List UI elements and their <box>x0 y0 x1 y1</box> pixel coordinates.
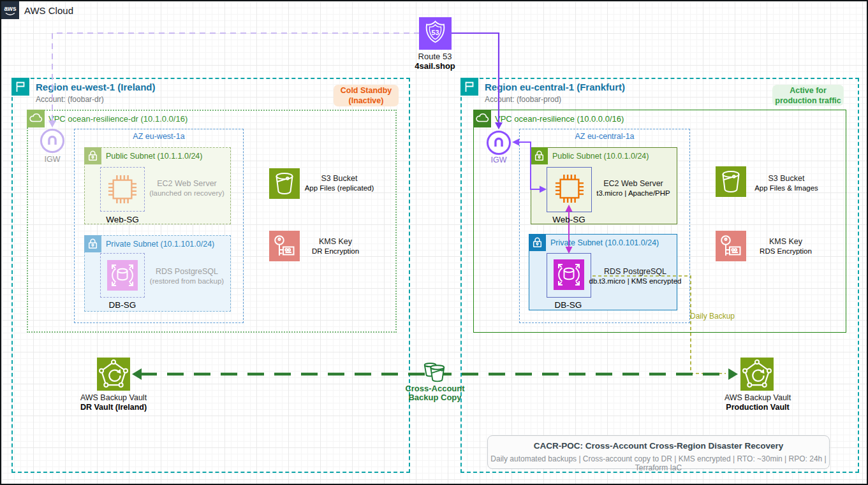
igw-prod-label: IGW <box>491 156 507 164</box>
public-subnet-dr-label: Public Subnet (10.1.1.0/24) <box>106 152 203 161</box>
rds-dr-icon[interactable] <box>107 260 138 291</box>
public-subnet-dr-lock-icon <box>84 147 101 164</box>
cross-account-copy-labels: Cross-Account Backup Copy <box>405 384 464 402</box>
note-title: CACR-POC: Cross-Account Cross-Region Dis… <box>488 441 829 451</box>
note-box[interactable]: CACR-POC: Cross-Account Cross-Region Dis… <box>487 435 830 469</box>
igw-dr-icon[interactable] <box>40 129 64 153</box>
region-flag-icon <box>11 78 29 96</box>
backup-vault-prod-icon[interactable] <box>740 358 774 391</box>
ec2-prod-icon[interactable] <box>555 174 584 203</box>
igw-prod-icon[interactable] <box>487 131 511 155</box>
public-subnet-prod-lock-icon <box>531 147 548 164</box>
ec2-prod-labels: EC2 Web Server t3.micro | Apache/PHP <box>596 179 670 198</box>
kms-key-prod-icon[interactable] <box>716 231 746 261</box>
vpc-prod-label: VPC ocean-resilience (10.0.0.0/16) <box>495 114 624 124</box>
rds-prod-icon[interactable] <box>554 259 584 290</box>
ec2-dr-icon[interactable] <box>108 175 137 204</box>
svg-text:53: 53 <box>432 29 439 36</box>
db-sg-prod-label: DB-SG <box>555 300 582 310</box>
private-subnet-prod-lock-icon <box>529 234 546 251</box>
igw-dr-label: IGW <box>45 155 61 164</box>
az-dr-label: AZ eu-west-1a <box>133 132 184 141</box>
route53-domain-label: 4sail.shop <box>415 61 455 71</box>
cross-account-copy-icon[interactable] <box>418 360 450 387</box>
private-subnet-prod-label: Private Subnet (10.0.101.0/24) <box>550 238 659 247</box>
region-dr-account: Account: (foobar-dr) <box>36 95 104 104</box>
s3-dr-labels: S3 Bucket App Files (replicated) <box>305 174 374 192</box>
vpc-cloud-icon <box>27 110 45 127</box>
private-subnet-dr-label: Private Subnet (10.1.101.0/24) <box>106 240 214 249</box>
svg-text:aws: aws <box>4 5 17 12</box>
aws-cloud-label: AWS Cloud <box>24 5 73 16</box>
s3-bucket-prod-icon[interactable] <box>716 166 746 197</box>
s3-prod-labels: S3 Bucket App Files & Images <box>754 174 818 192</box>
cold-standby-badge[interactable]: Cold Standby (Inactive) <box>334 85 399 106</box>
active-traffic-badge[interactable]: Active for production traffic <box>772 85 844 106</box>
region-prod-title: Region eu-central-1 (Frankfurt) <box>485 82 625 92</box>
aws-logo-icon: aws <box>1 1 19 19</box>
vpc-dr-label: VPC ocean-resilience-dr (10.1.0.0/16) <box>48 114 188 124</box>
web-sg-dr-label: Web-SG <box>106 215 139 224</box>
backup-vault-dr-icon[interactable] <box>97 358 130 391</box>
vault-prod-labels: AWS Backup Vault Production Vault <box>725 393 791 412</box>
web-sg-prod-label: Web-SG <box>552 215 585 224</box>
az-prod-label: AZ eu-central-1a <box>575 132 634 141</box>
s3-bucket-dr-icon[interactable] <box>269 168 300 199</box>
daily-backup-label: Daily Backup <box>690 312 735 321</box>
public-subnet-prod-label: Public Subnet (10.0.1.0/24) <box>552 152 649 161</box>
route53-icon[interactable]: 53 <box>419 17 452 50</box>
vault-dr-labels: AWS Backup Vault DR Vault (Ireland) <box>80 393 147 412</box>
vpc-cloud-icon <box>473 110 491 127</box>
kms-prod-labels: KMS Key RDS Encryption <box>760 237 812 256</box>
private-subnet-dr-lock-icon <box>84 235 101 252</box>
region-prod-account: Account: (foobar-prod) <box>485 95 561 104</box>
region-dr-title: Region eu-west-1 (Ireland) <box>36 82 156 92</box>
route53-label: Route 53 <box>418 52 452 61</box>
kms-key-dr-icon[interactable] <box>269 231 300 261</box>
ec2-dr-labels: EC2 Web Server (launched on recovery) <box>149 179 224 198</box>
rds-prod-labels: RDS PostgreSQL db.t3.micro | KMS encrypt… <box>589 267 682 286</box>
region-flag-icon <box>460 78 478 96</box>
db-sg-dr-label: DB-SG <box>109 300 136 310</box>
rds-dr-labels: RDS PostgreSQL (restored from backup) <box>150 267 224 286</box>
diagram-canvas: aws AWS Cloud Region eu-west-1 (Ireland)… <box>0 0 868 485</box>
note-details: Daily automated backups | Cross-account … <box>488 454 829 472</box>
kms-dr-labels: KMS Key DR Encryption <box>312 237 359 256</box>
